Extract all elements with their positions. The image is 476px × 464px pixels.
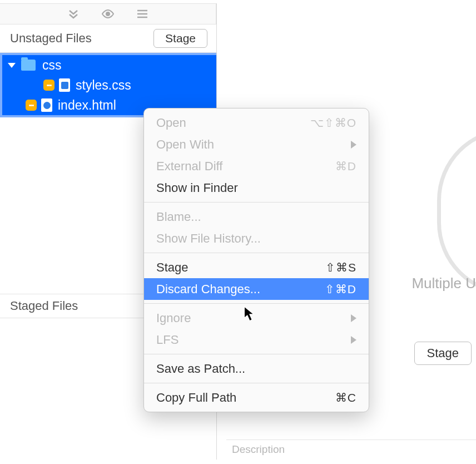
- stage-button[interactable]: Stage: [153, 29, 207, 48]
- menu-ignore[interactable]: Ignore: [144, 307, 369, 329]
- status-modified-icon: •••: [43, 80, 54, 91]
- menu-external-diff[interactable]: External Diff ⌘D: [144, 155, 369, 177]
- menu-label: Show in Finder: [156, 181, 238, 195]
- menu-copy-full-path[interactable]: Copy Full Path ⌘C: [144, 387, 369, 408]
- menu-label: Open: [156, 116, 186, 130]
- context-menu: Open ⌥⇧⌘O Open With External Diff ⌘D Sho…: [143, 108, 369, 412]
- loading-spinner-icon: [437, 128, 476, 295]
- menu-shortcut: ⌥⇧⌘O: [310, 116, 356, 130]
- chevron-right-icon: [351, 336, 356, 344]
- menu-label: Blame...: [156, 210, 201, 224]
- menu-separator: [144, 354, 369, 354]
- menu-discard-changes[interactable]: Discard Changes... ⇧⌘D: [144, 278, 369, 300]
- folder-label: css: [42, 58, 62, 73]
- menu-open-with[interactable]: Open With: [144, 134, 369, 155]
- chevron-right-icon: [351, 141, 356, 149]
- menu-open[interactable]: Open ⌥⇧⌘O: [144, 112, 369, 134]
- menu-label: External Diff: [156, 159, 222, 174]
- menu-show-file-history[interactable]: Show File History...: [144, 228, 369, 249]
- tree-file-row[interactable]: ••• styles.css: [2, 75, 216, 95]
- menu-label: Copy Full Path: [156, 391, 236, 405]
- menu-label: Discard Changes...: [156, 282, 260, 297]
- menu-save-as-patch[interactable]: Save as Patch...: [144, 358, 369, 379]
- chevron-right-icon: [351, 314, 356, 322]
- file-label: styles.css: [76, 78, 131, 93]
- menu-label: Show File History...: [156, 231, 261, 246]
- menu-show-in-finder[interactable]: Show in Finder: [144, 177, 369, 199]
- menu-label: Open With: [156, 137, 214, 152]
- folder-icon: [21, 60, 36, 71]
- file-icon: [59, 78, 70, 92]
- menu-lfs[interactable]: LFS: [144, 329, 369, 351]
- description-field[interactable]: Description: [226, 440, 476, 460]
- menu-separator: [144, 253, 369, 253]
- file-icon: [41, 98, 52, 112]
- menu-shortcut: ⇧⌘D: [325, 283, 356, 296]
- menu-separator: [144, 383, 369, 383]
- staged-title: Staged Files: [10, 299, 78, 313]
- cursor-icon: [244, 306, 256, 325]
- menu-blame[interactable]: Blame...: [144, 206, 369, 228]
- eye-icon[interactable]: [101, 7, 115, 21]
- collapse-icon[interactable]: [67, 7, 80, 21]
- tree-folder-row[interactable]: css: [2, 55, 216, 75]
- menu-stage[interactable]: Stage ⇧⌘S: [144, 256, 369, 278]
- menu-label: Save as Patch...: [156, 362, 245, 376]
- toolbar: [0, 3, 216, 24]
- menu-label: Ignore: [156, 311, 191, 325]
- menu-separator: [144, 303, 369, 304]
- menu-shortcut: ⌘D: [335, 160, 356, 173]
- menu-separator: [144, 202, 369, 203]
- menu-label: Stage: [156, 260, 189, 275]
- stage-button[interactable]: Stage: [414, 342, 472, 365]
- status-modified-icon: •••: [26, 100, 37, 111]
- unstaged-title: Unstaged Files: [10, 31, 92, 46]
- file-label: index.html: [58, 98, 116, 113]
- menu-label: LFS: [156, 333, 178, 347]
- chevron-down-icon: [8, 63, 16, 68]
- multiple-label: Multiple U: [411, 275, 476, 292]
- menu-shortcut: ⌘C: [335, 391, 356, 404]
- menu-shortcut: ⇧⌘S: [325, 261, 356, 274]
- unstaged-header: Unstaged Files Stage: [0, 24, 216, 53]
- list-icon[interactable]: [136, 7, 149, 21]
- svg-point-0: [106, 12, 110, 16]
